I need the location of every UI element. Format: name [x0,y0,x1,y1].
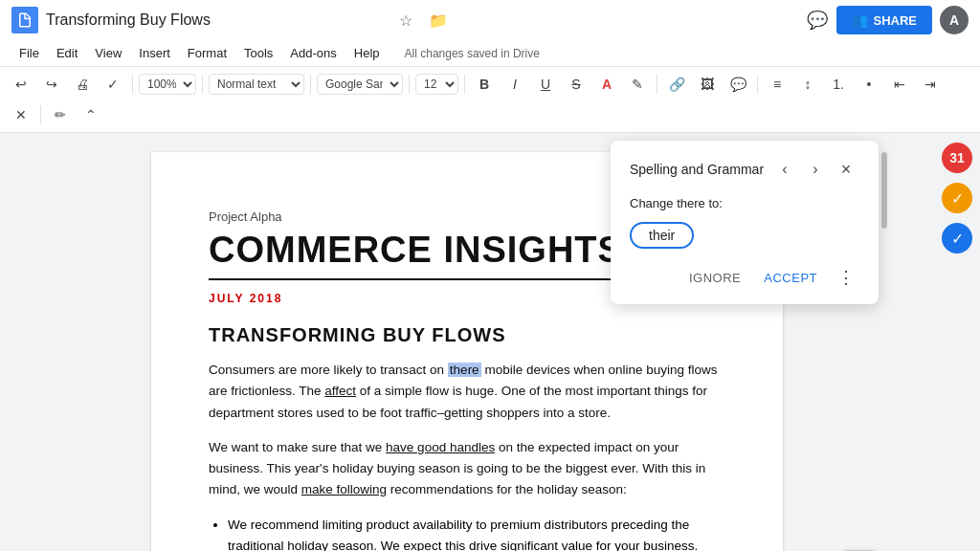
share-icon: 👥 [852,12,868,28]
spelling-panel-title: Spelling and Grammar [630,162,764,177]
grammar-underlined-handles: have good handles [386,440,495,454]
spelling-grammar-panel: Spelling and Grammar ‹ › × Change there … [611,141,879,304]
menu-file[interactable]: File [11,42,47,64]
numbered-list-button[interactable]: 1. [825,71,852,98]
paragraph-2: We want to make sure that we have good h… [209,437,725,501]
main-area: Project Alpha COMMERCE INSIGHTS JULY 201… [0,133,980,551]
share-button[interactable]: 👥 SHARE [836,6,933,34]
more-options-button[interactable]: ⋮ [833,264,859,291]
highlighted-word: there [448,363,481,377]
link-this-drive[interactable]: this drive [445,539,497,551]
undo-button[interactable]: ↩ [8,71,34,98]
spelling-next-button[interactable]: › [802,156,829,183]
bullet-list-button[interactable]: • [856,71,882,98]
bold-button[interactable]: B [471,71,498,98]
highlight-button[interactable]: ✎ [624,71,651,98]
document-title: Transforming Buy Flows [46,11,387,29]
spelling-panel-header: Spelling and Grammar ‹ › × [630,156,859,183]
docs-icon [11,7,38,33]
menu-insert[interactable]: Insert [131,42,178,64]
star-icon[interactable]: ☆ [394,9,417,32]
menu-edit[interactable]: Edit [49,42,85,64]
redo-button[interactable]: ↪ [38,71,65,98]
scroll-thumb [881,152,887,229]
menu-bar: File Edit View Insert Format Tools Add-o… [0,40,980,66]
spelling-change-label: Change there to: [630,196,859,210]
title-bar: Transforming Buy Flows ☆ 📁 💬 👥 SHARE A [0,0,980,40]
bullet-list: We recommend limiting product availabili… [228,515,725,551]
expand-button[interactable]: ⌃ [78,101,104,128]
document-area[interactable]: Project Alpha COMMERCE INSIGHTS JULY 201… [0,133,934,551]
menu-format[interactable]: Format [180,42,234,64]
toolbar: ↩ ↪ 🖨 ✓ 100% Normal text Google Sans 12 … [0,67,980,133]
line-spacing-button[interactable]: ↕ [794,71,821,98]
decrease-indent-button[interactable]: ⇤ [886,71,913,98]
comment-button[interactable]: 💬 [724,71,751,98]
print-button[interactable]: 🖨 [69,71,96,98]
divider-8 [40,105,41,124]
font-select[interactable]: Google Sans [317,74,403,95]
paragraph-1: Consumers are more likely to transact on… [209,360,725,424]
divider-7 [757,75,758,94]
calendar-sidebar-icon[interactable]: 31 [942,143,972,173]
share-label: SHARE [874,13,918,28]
divider-1 [132,75,133,94]
scrollbar[interactable] [880,133,888,551]
section-heading: TRANSFORMING BUY FLOWS [209,324,725,346]
divider-5 [464,75,465,94]
ignore-button[interactable]: IGNORE [681,267,748,289]
divider-6 [657,75,657,94]
grammar-underlined-following: make following [301,482,387,496]
font-color-button[interactable]: A [593,71,620,98]
menu-tools[interactable]: Tools [236,42,280,64]
menu-help[interactable]: Help [346,42,388,64]
bullet-item-1: We recommend limiting product availabili… [228,515,725,551]
chat-icon[interactable]: 💬 [806,9,829,32]
grammar-underlined-affect: affect [324,384,356,398]
spelling-nav: ‹ › × [771,156,859,183]
font-size-select[interactable]: 12 [415,74,458,95]
zoom-select[interactable]: 100% [139,74,196,95]
underline-button[interactable]: U [532,71,559,98]
avatar[interactable]: A [940,6,969,34]
keep-sidebar-icon[interactable]: ✓ [942,223,972,253]
increase-indent-button[interactable]: ⇥ [917,71,944,98]
menu-addons[interactable]: Add-ons [282,42,344,64]
spellcheck-button[interactable]: ✓ [100,71,126,98]
divider-3 [310,75,311,94]
strikethrough-button[interactable]: S [563,71,590,98]
right-sidebar: 31 ✓ ✓ [934,133,980,551]
tasks-sidebar-icon[interactable]: ✓ [942,183,972,213]
divider-4 [409,75,410,94]
save-status: All changes saved in Drive [405,47,540,60]
spelling-prev-button[interactable]: ‹ [771,156,798,183]
title-icons: ☆ 📁 [394,9,450,32]
menu-view[interactable]: View [87,42,129,64]
spelling-suggestion[interactable]: their [630,222,694,249]
link-button[interactable]: 🔗 [663,71,690,98]
style-select[interactable]: Normal text [209,74,304,95]
spelling-close-button[interactable]: × [833,156,859,183]
spelling-actions: IGNORE ACCEPT ⋮ [630,264,859,291]
top-bar: Transforming Buy Flows ☆ 📁 💬 👥 SHARE A F… [0,0,980,67]
paint-format-button[interactable]: ✏ [47,101,74,128]
italic-button[interactable]: I [501,71,528,98]
divider-2 [202,75,203,94]
clear-format-button[interactable]: ✕ [8,101,34,128]
accept-button[interactable]: ACCEPT [756,267,825,289]
image-button[interactable]: 🖼 [694,71,721,98]
folder-icon[interactable]: 📁 [427,9,450,32]
align-button[interactable]: ≡ [764,71,791,98]
